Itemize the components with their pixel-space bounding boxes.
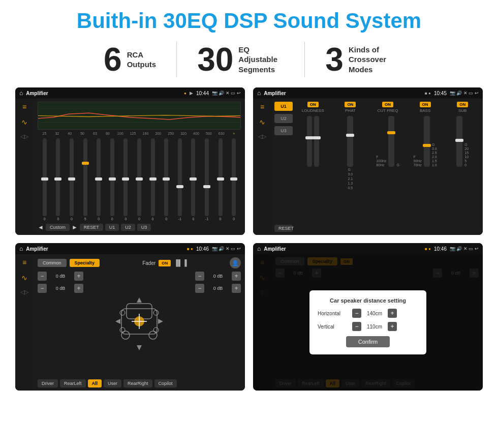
eq-track-9[interactable] — [151, 138, 155, 216]
eq-custom-btn[interactable]: Custom — [46, 224, 70, 231]
fader-minus-2[interactable]: − — [38, 284, 47, 293]
eq-sidebar-wave-icon[interactable]: ∿ — [21, 118, 27, 126]
screens-grid: ⌂ Amplifier ● ▶ 10:44 📷 🔊 ✕ ▭ ↩ ≡ ∿ ◁▷ — [15, 87, 483, 391]
fader-screen-content: ≡ ∿ ◁▷ Common Specialty Fader ON ▐▌▐ 👤 — [15, 254, 245, 391]
svg-marker-13 — [115, 319, 120, 324]
eq-u2-btn[interactable]: U2 — [121, 224, 135, 231]
fader-sidebar-wave-icon[interactable]: ∿ — [21, 274, 27, 282]
eq-track-5[interactable] — [97, 138, 101, 216]
eq-track-11[interactable] — [178, 138, 182, 216]
fader-plus-1[interactable]: + — [74, 272, 83, 281]
phat-label: PHAT — [345, 108, 356, 113]
crossover-u3-btn[interactable]: U3 — [274, 126, 293, 135]
eq-val-6: 0 — [111, 217, 113, 221]
eq-track-12[interactable] — [191, 138, 195, 216]
crossover-u1-btn[interactable]: U1 — [274, 102, 293, 111]
eq-sidebar-vol-icon[interactable]: ◁▷ — [20, 133, 28, 140]
eq-track-13[interactable] — [205, 138, 209, 216]
dialog-app-title: Amplifier — [264, 246, 422, 252]
crossover-sidebar-wave-icon[interactable]: ∿ — [259, 118, 265, 126]
eq-u3-btn[interactable]: U3 — [137, 224, 151, 231]
bass-slider[interactable] — [424, 116, 430, 167]
crossover-main-area: U1 U2 U3 RESET ON LOUDNESS — [271, 99, 483, 235]
fader-driver-btn[interactable]: Driver — [38, 379, 58, 387]
dialog-horizontal-minus[interactable]: − — [352, 309, 361, 318]
fader-minus-4[interactable]: − — [195, 284, 204, 293]
fader-db-row-1: − 0 dB + — [38, 272, 83, 281]
crossover-sidebar-vol-icon[interactable]: ◁▷ — [258, 133, 266, 140]
fader-on-toggle[interactable]: ON — [159, 260, 171, 266]
loudness-slider-r[interactable] — [314, 116, 319, 167]
fader-db-val-4: 0 dB — [206, 286, 230, 291]
loudness-slider-l[interactable] — [307, 116, 312, 167]
svg-point-17 — [120, 327, 125, 333]
eq-next-icon[interactable]: ► — [72, 224, 78, 231]
fader-plus-3[interactable]: + — [232, 272, 241, 281]
eq-track-2[interactable] — [56, 138, 60, 216]
crossover-time: 10:45 — [434, 91, 447, 96]
sub-label: SUB — [458, 108, 466, 113]
fader-all-btn[interactable]: All — [88, 379, 102, 387]
eq-screen-content: ≡ ∿ ◁▷ — [15, 99, 245, 235]
phat-slider[interactable] — [347, 116, 353, 167]
phat-control: ON PHAT G 3.0 2.1 — [333, 102, 368, 190]
eq-prev-icon[interactable]: ◄ — [38, 224, 44, 231]
dialog-horizontal-row: Horizontal − 140cm + — [318, 309, 418, 318]
fader-status-bar: ⌂ Amplifier ■ ● 10:46 📷 🔊 ✕ ▭ ↩ — [15, 243, 245, 254]
eq-track-15[interactable] — [232, 138, 236, 216]
fader-db-val-2: 0 dB — [49, 286, 72, 291]
crossover-u2-btn[interactable]: U2 — [274, 114, 293, 123]
eq-track-14[interactable] — [219, 138, 223, 216]
fader-sidebar-vol-icon[interactable]: ◁▷ — [20, 289, 28, 295]
dialog-horizontal-plus[interactable]: + — [388, 309, 397, 318]
dialog-icons: 📷 🔊 ✕ ▭ ↩ — [450, 246, 479, 251]
fader-user-icon[interactable]: 👤 — [230, 257, 241, 268]
fader-common-btn[interactable]: Common — [38, 259, 67, 267]
svg-marker-14 — [158, 319, 163, 324]
eq-label-400: 400 — [191, 132, 202, 135]
eq-track-10[interactable] — [164, 138, 168, 216]
fader-sidebar-eq-icon[interactable]: ≡ — [22, 258, 26, 266]
eq-track-7[interactable] — [123, 138, 128, 216]
eq-track-1[interactable] — [43, 138, 47, 216]
screen-dialog: ⌂ Amplifier ■ ● 10:46 📷 🔊 ✕ ▭ ↩ ≡ ∿ ◁▷ C… — [253, 243, 483, 391]
eq-u1-btn[interactable]: U1 — [105, 224, 119, 231]
fader-home-icon: ⌂ — [19, 245, 23, 252]
eq-slider-5: 0 — [92, 137, 105, 221]
crossover-sidebar-eq-icon[interactable]: ≡ — [260, 103, 264, 111]
fader-bottom-buttons: Driver RearLeft All User RearRight Copil… — [38, 379, 241, 387]
eq-track-4[interactable] — [83, 138, 87, 216]
dialog-vertical-stepper[interactable]: − 110cm + — [352, 322, 397, 331]
eq-track-8[interactable] — [137, 138, 141, 216]
fader-minus-1[interactable]: − — [38, 272, 47, 281]
fader-rearright-btn[interactable]: RearRight — [123, 379, 152, 387]
eq-reset-btn[interactable]: RESET — [80, 224, 103, 231]
crossover-presets: U1 U2 U3 RESET — [274, 102, 293, 232]
eq-track-6[interactable] — [110, 138, 114, 216]
fader-rearleft-btn[interactable]: RearLeft — [60, 379, 86, 387]
eq-track-3[interactable] — [70, 138, 74, 216]
fader-specialty-btn[interactable]: Specialty — [70, 259, 100, 267]
dialog-vertical-plus[interactable]: + — [388, 322, 397, 331]
fader-label-text: Fader — [142, 260, 155, 266]
eq-sidebar-eq-icon[interactable]: ≡ — [22, 103, 26, 111]
fader-minus-3[interactable]: − — [195, 272, 204, 281]
fader-plus-2[interactable]: + — [74, 284, 83, 293]
fader-user-btn[interactable]: User — [104, 379, 121, 387]
eq-bottom-bar: ◄ Custom ► RESET U1 U2 U3 — [38, 223, 241, 232]
fader-copilot-btn[interactable]: Copilot — [154, 379, 177, 387]
fader-main-area: Common Specialty Fader ON ▐▌▐ 👤 − — [34, 254, 245, 391]
fader-app-title: Amplifier — [26, 246, 184, 252]
fader-plus-4[interactable]: + — [232, 284, 241, 293]
dialog-vertical-minus[interactable]: − — [352, 322, 361, 331]
dialog-confirm-button[interactable]: Confirm — [346, 336, 390, 347]
stat-rca-label: RCAOutputs — [127, 50, 157, 70]
crossover-reset-btn[interactable]: RESET — [274, 225, 293, 232]
eq-dot1: ● — [184, 91, 186, 96]
sub-slider[interactable] — [456, 116, 462, 167]
dialog-horizontal-stepper[interactable]: − 140cm + — [352, 309, 397, 318]
cutfreq-slider[interactable] — [388, 116, 394, 167]
screen-crossover: ⌂ Amplifier ■ ● 10:45 📷 🔊 ✕ ▭ ↩ ≡ ∿ ◁▷ U… — [253, 87, 483, 235]
svg-point-15 — [120, 310, 125, 315]
sub-control: ON SUB G 20 15 — [445, 102, 480, 190]
